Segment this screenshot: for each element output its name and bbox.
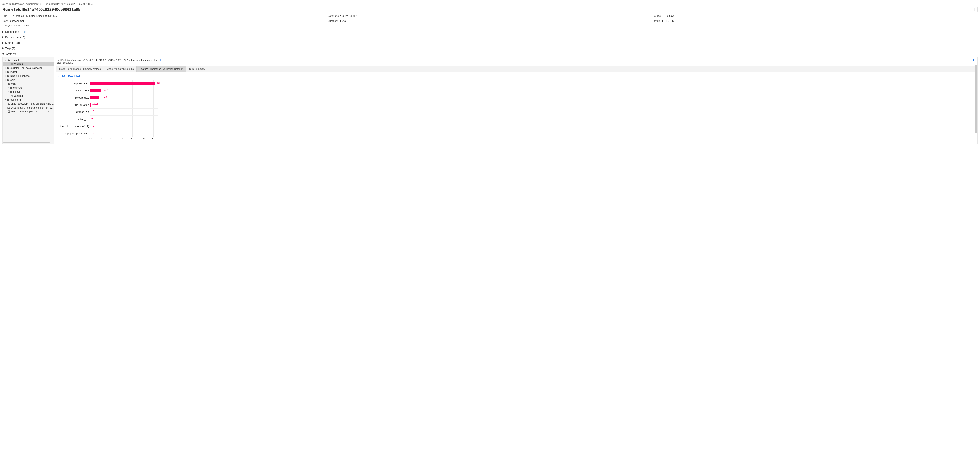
chart-xtick: 1.0	[110, 137, 113, 140]
section-metrics: Metrics (38)	[2, 41, 978, 44]
chart-value-label: +0	[91, 124, 94, 127]
svg-point-16	[8, 107, 8, 108]
tree-item[interactable]: ingest	[3, 70, 54, 74]
tree-item[interactable]: shap_summary_plot_on_data_validation.png	[3, 110, 54, 114]
tree-item[interactable]: split	[3, 78, 54, 82]
chart-category-label: tpep_pickup_datetime	[58, 132, 90, 135]
image-file-icon	[7, 111, 10, 113]
chart-value-label: +0.51	[102, 89, 108, 92]
caret-right-icon	[2, 48, 3, 49]
card-tab[interactable]: Model Performance Summary Metrics	[56, 67, 104, 71]
artifact-tree[interactable]: evaluatecard.htmlexplainer_on_data_valid…	[3, 57, 54, 144]
tree-horizontal-scrollbar[interactable]	[3, 142, 52, 144]
caret-right-icon	[5, 75, 6, 77]
section-tags: Tags (2)	[2, 47, 978, 50]
edit-description-link[interactable]: Edit	[22, 30, 26, 33]
caret-none	[5, 103, 6, 105]
file-icon	[10, 63, 13, 65]
svg-rect-3	[663, 15, 665, 17]
chart-bar-row: pickup_zip+0	[58, 116, 975, 123]
tree-item[interactable]: model	[3, 90, 54, 94]
caret-right-icon	[2, 42, 3, 44]
meta-duration: Duration: 33.4s	[328, 19, 652, 22]
tree-item-label: card.html	[14, 63, 24, 65]
caret-down-icon	[5, 84, 6, 84]
svg-point-14	[8, 103, 8, 103]
caret-right-icon	[2, 36, 3, 38]
chart-category-label: pickup_hour	[58, 89, 90, 92]
chart-bar-row: trip_duration+0.02	[58, 101, 975, 108]
breadcrumb-experiment[interactable]: sklearn_regression_experiment	[2, 2, 38, 5]
chart-category-label: pickup_dow	[58, 96, 90, 99]
viewer-vertical-scrollbar[interactable]	[975, 64, 977, 144]
meta-date: Date: 2022-06-24 13:45:16	[328, 14, 652, 18]
chart-xtick: 0.5	[99, 137, 102, 140]
page-title: Run e1efdf8e14a7400c912940c590611a95	[2, 7, 80, 12]
shap-bar-chart: trip_distance+3.1pickup_hour+0.51pickup_…	[58, 80, 975, 142]
tree-item-label: shap_summary_plot_on_data_validation.png	[11, 110, 54, 113]
tree-item-label: pipeline_snapshot	[10, 75, 30, 78]
folder-icon	[7, 75, 10, 77]
caret-right-icon	[5, 79, 6, 81]
chart-value-label: +0.43	[100, 96, 107, 98]
tree-item-label: shap_feature_importance_plot_on_data_val…	[11, 106, 54, 109]
download-artifact-button[interactable]	[972, 59, 975, 62]
chart-value-label: +3.1	[157, 81, 162, 84]
caret-none	[5, 111, 6, 113]
caret-right-icon	[5, 71, 6, 73]
caret-right-icon	[2, 31, 3, 33]
caret-right-icon	[8, 87, 9, 89]
caret-right-icon	[5, 99, 6, 101]
card-tabs: Model Performance Summary MetricsModel V…	[56, 66, 975, 72]
chart-category-label: pickup_zip	[58, 117, 90, 121]
chart-bar-row: pickup_hour+0.51	[58, 87, 975, 94]
section-parameters: Parameters (19)	[2, 36, 978, 39]
tree-item[interactable]: transform	[3, 98, 54, 102]
svg-rect-4	[663, 17, 665, 17]
tree-item[interactable]: estimator	[3, 86, 54, 90]
tree-item-label: transform	[10, 98, 21, 101]
breadcrumb: sklearn_regression_experiment > Run e1ef…	[2, 2, 978, 5]
tree-item[interactable]: train	[3, 82, 54, 86]
chart-category-label: trip_duration	[58, 103, 90, 106]
tree-item-label: estimator	[13, 87, 23, 89]
tree-item[interactable]: shap_beeswarm_plot_on_data_validation.pn…	[3, 102, 54, 106]
tree-item-label: train	[11, 82, 16, 85]
tree-item[interactable]: pipeline_snapshot	[3, 74, 54, 78]
meta-source: Source: mlflow	[652, 14, 978, 18]
meta-status: Status: FINISHED	[652, 19, 978, 22]
chart-value-label: +0	[91, 131, 94, 134]
tree-item-label: split	[10, 79, 15, 81]
tree-item[interactable]: card.html	[3, 94, 54, 98]
copy-path-button[interactable]	[159, 59, 162, 61]
folder-icon	[7, 79, 10, 81]
chart-xtick: 1.5	[120, 137, 124, 140]
caret-down-icon	[5, 60, 6, 61]
meta-lifecycle: Lifecycle Stage: active	[2, 24, 328, 27]
tree-item-label: evaluate	[11, 59, 20, 62]
chart-bar	[90, 89, 101, 92]
chart-bar-row: pickup_dow+0.43	[58, 94, 975, 101]
notebook-icon	[663, 15, 665, 18]
vertical-dots-icon	[974, 8, 975, 11]
caret-right-icon	[5, 67, 6, 69]
caret-down-icon	[2, 53, 4, 55]
chart-value-label: +0	[91, 110, 94, 113]
folder-icon	[7, 98, 10, 101]
chart-xtick: 3.0	[152, 137, 155, 140]
tree-item[interactable]: explainer_on_data_validation	[3, 66, 54, 70]
breadcrumb-separator: >	[40, 2, 42, 5]
tree-item[interactable]: evaluate	[3, 58, 54, 62]
more-actions-button[interactable]	[972, 6, 978, 12]
chart-bar-row: tpep_pickup_datetime+0	[58, 130, 975, 137]
run-metadata: Run ID: e1efdf8e14a7400c912940c590611a95…	[2, 14, 978, 27]
meta-source-link[interactable]: mlflow	[667, 14, 674, 17]
artifact-size: Size: 188.82KB	[57, 62, 975, 64]
tree-item[interactable]: shap_feature_importance_plot_on_data_val…	[3, 106, 54, 110]
card-tab[interactable]: Model Validation Results	[104, 67, 137, 71]
tree-item[interactable]: card.html	[3, 62, 54, 66]
chart-title: SHAP Bar Plot	[58, 74, 975, 78]
chart-category-label: tpep_dro..._datetime(f_2)	[58, 125, 90, 128]
card-tab[interactable]: Feature Importance (Validation Dataset)	[137, 67, 186, 71]
card-tab[interactable]: Run Summary	[186, 67, 208, 71]
